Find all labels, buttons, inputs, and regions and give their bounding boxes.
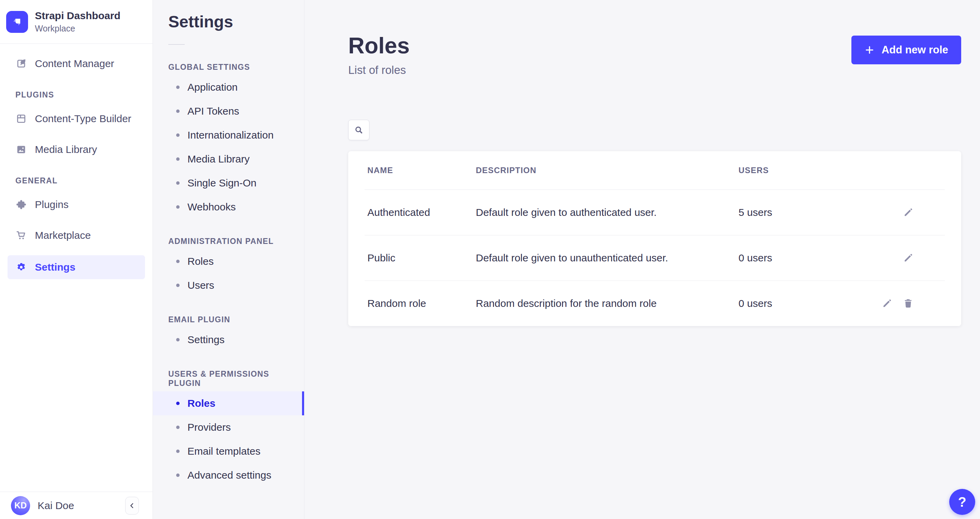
bullet-icon xyxy=(176,134,180,137)
sidebar-item-label: Content Manager xyxy=(35,58,114,70)
puzzle-icon xyxy=(15,199,27,210)
delete-role-button[interactable] xyxy=(902,298,914,309)
sidebar-section-plugins: PLUGINS xyxy=(15,90,153,100)
help-button[interactable]: ? xyxy=(949,489,975,515)
subnav-item-media-library[interactable]: Media Library xyxy=(153,147,304,171)
image-icon xyxy=(15,144,27,155)
bullet-icon xyxy=(176,110,180,113)
sidebar-item-media-library[interactable]: Media Library xyxy=(8,139,145,161)
subnav-item-admin-roles[interactable]: Roles xyxy=(153,249,304,273)
subnav-item-application[interactable]: Application xyxy=(153,75,304,99)
subnav-item-label: Application xyxy=(188,81,238,93)
pencil-icon xyxy=(902,252,914,264)
subnav-item-admin-users[interactable]: Users xyxy=(153,273,304,297)
sidebar-item-label: Plugins xyxy=(35,199,68,210)
sidebar-footer: KD Kai Doe xyxy=(0,492,153,519)
bullet-icon xyxy=(176,205,180,209)
add-new-role-button[interactable]: Add new role xyxy=(851,36,961,64)
bullet-icon xyxy=(176,260,180,263)
subnav-item-single-sign-on[interactable]: Single Sign-On xyxy=(153,171,304,195)
subnav-item-label: Providers xyxy=(188,422,231,433)
subnav-title: Settings xyxy=(168,12,304,31)
app-root: Strapi Dashboard Workplace Content Manag… xyxy=(0,0,980,519)
role-description: Default role given to authenticated user… xyxy=(476,207,738,218)
sidebar-item-label: Media Library xyxy=(35,144,97,155)
sidebar-item-content-manager[interactable]: Content Manager xyxy=(8,53,145,75)
subnav-item-advanced-settings[interactable]: Advanced settings xyxy=(153,463,304,487)
bullet-icon xyxy=(176,338,180,341)
bullet-icon xyxy=(176,86,180,89)
subnav-item-internationalization[interactable]: Internationalization xyxy=(153,123,304,147)
table-header-row: NAME DESCRIPTION USERS xyxy=(348,151,961,189)
subnav-section-email-plugin: EMAIL PLUGIN xyxy=(168,315,304,324)
settings-subnav: Settings GLOBAL SETTINGS Application API… xyxy=(153,0,304,519)
subnav-item-webhooks[interactable]: Webhooks xyxy=(153,195,304,219)
subnav-item-label: Single Sign-On xyxy=(188,177,256,189)
subnav-item-label: Users xyxy=(188,280,214,291)
search-button[interactable] xyxy=(348,120,369,140)
subnav-item-email-templates[interactable]: Email templates xyxy=(153,439,304,463)
row-actions xyxy=(902,252,945,264)
column-header-users: USERS xyxy=(738,166,945,175)
edit-role-button[interactable] xyxy=(902,207,914,218)
page-header-titles: Roles List of roles xyxy=(348,34,410,76)
edit-role-button[interactable] xyxy=(902,252,914,264)
table-row-random-role[interactable]: Random role Random description for the r… xyxy=(348,281,961,326)
workspace-title: Strapi Dashboard xyxy=(35,10,120,22)
subnav-item-label: Roles xyxy=(188,256,214,267)
subnav-item-label: Settings xyxy=(188,334,224,345)
row-actions xyxy=(881,298,945,309)
bullet-icon xyxy=(176,402,180,405)
page-header: Roles List of roles Add new role xyxy=(348,34,961,76)
pen-feather-icon xyxy=(15,58,27,70)
subnav-section-global-settings: GLOBAL SETTINGS xyxy=(168,63,304,72)
table-row-authenticated[interactable]: Authenticated Default role given to auth… xyxy=(348,190,961,235)
gear-icon xyxy=(15,261,27,273)
bullet-icon xyxy=(176,426,180,429)
sidebar-item-plugins[interactable]: Plugins xyxy=(8,194,145,215)
chevron-left-icon xyxy=(128,502,136,509)
user-name: Kai Doe xyxy=(38,500,118,511)
help-label: ? xyxy=(958,494,966,510)
subnav-item-email-settings[interactable]: Settings xyxy=(153,328,304,352)
subnav-item-api-tokens[interactable]: API Tokens xyxy=(153,99,304,123)
add-new-role-label: Add new role xyxy=(881,44,948,56)
bullet-icon xyxy=(176,181,180,185)
main-content: Roles List of roles Add new role xyxy=(304,0,980,519)
role-name: Authenticated xyxy=(368,207,476,218)
workspace-brand[interactable]: Strapi Dashboard Workplace xyxy=(0,0,153,44)
bullet-icon xyxy=(176,283,180,287)
pencil-icon xyxy=(902,207,914,218)
edit-role-button[interactable] xyxy=(881,298,893,309)
pencil-icon xyxy=(881,298,893,309)
search-icon xyxy=(354,125,364,135)
sidebar-item-content-type-builder[interactable]: Content-Type Builder xyxy=(8,108,145,130)
role-description: Random description for the random role xyxy=(476,298,738,309)
subnav-item-up-roles[interactable]: Roles xyxy=(153,392,304,416)
subnav-item-label: Advanced settings xyxy=(188,470,271,481)
bullet-icon xyxy=(176,473,180,477)
table-row-public[interactable]: Public Default role given to unauthentic… xyxy=(348,236,961,280)
column-header-name: NAME xyxy=(368,166,476,175)
subnav-item-providers[interactable]: Providers xyxy=(153,416,304,439)
subnav-section-users-permissions-plugin: USERS & PERMISSIONS PLUGIN xyxy=(168,369,304,388)
role-name: Random role xyxy=(368,298,476,309)
workspace-subtitle: Workplace xyxy=(35,24,120,33)
sidebar-item-settings[interactable]: Settings xyxy=(8,255,145,279)
sidebar-item-label: Settings xyxy=(35,261,75,273)
bullet-icon xyxy=(176,449,180,453)
subnav-item-label: Roles xyxy=(188,398,215,409)
role-name: Public xyxy=(368,252,476,264)
subnav-item-label: Internationalization xyxy=(188,129,274,141)
avatar[interactable]: KD xyxy=(11,496,30,515)
roles-table: NAME DESCRIPTION USERS Authenticated Def… xyxy=(348,151,961,326)
sidebar-item-marketplace[interactable]: Marketplace xyxy=(8,224,145,246)
subnav-divider xyxy=(168,44,185,45)
role-users-count: 0 users xyxy=(738,252,902,264)
layout-icon xyxy=(15,113,27,124)
subnav-section-administration-panel: ADMINISTRATION PANEL xyxy=(168,237,304,246)
column-header-description: DESCRIPTION xyxy=(476,166,738,175)
collapse-sidebar-button[interactable] xyxy=(125,497,139,514)
trash-icon xyxy=(902,298,914,309)
role-users-count: 5 users xyxy=(738,207,902,218)
